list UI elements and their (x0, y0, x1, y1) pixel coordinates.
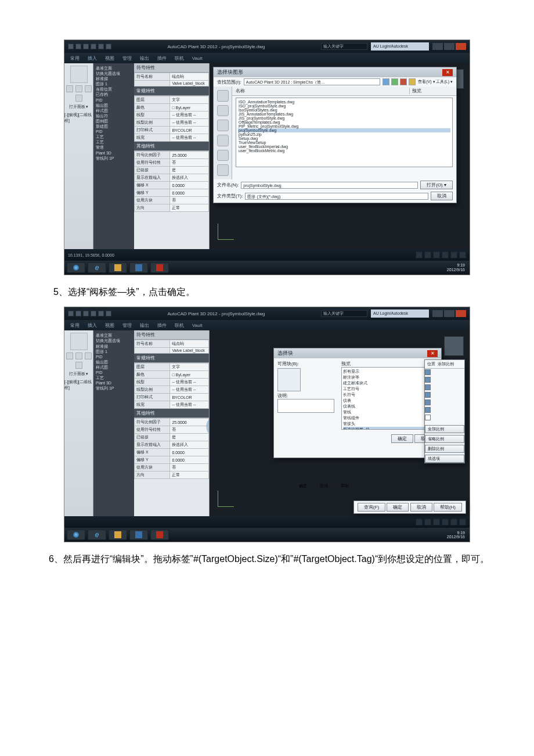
qat-redo-icon[interactable] (106, 44, 111, 49)
tree-node[interactable]: PID (95, 354, 133, 359)
ribbon-tab[interactable]: 联机 (175, 55, 184, 62)
list-item[interactable]: 仪表线 (343, 404, 436, 409)
ribbon-tab[interactable]: 插入 (88, 322, 97, 329)
file-item[interactable]: user_flexBlockImperial.dwg (238, 145, 450, 149)
tree-node[interactable]: 切换光圆选项 (95, 338, 133, 343)
place-favorites-icon[interactable] (217, 120, 229, 131)
side-btn[interactable]: 全加比例 (425, 425, 464, 433)
tree-node[interactable]: PID (95, 129, 133, 134)
tree-node[interactable]: 输出符 (95, 113, 133, 118)
maximize-icon[interactable] (444, 43, 454, 50)
ribbon-tab[interactable]: 插件 (157, 55, 167, 62)
col-preview[interactable]: 预览 (412, 88, 453, 94)
place-documents-icon[interactable] (217, 105, 229, 117)
qat-redo-icon[interactable] (106, 311, 111, 316)
block-insert-icon[interactable] (70, 66, 88, 83)
ribbon-tab[interactable]: 联机 (175, 322, 184, 329)
file-item[interactable]: JIS_AnnotationTemplates.dwg (238, 112, 450, 116)
tree-node[interactable]: PID (95, 370, 133, 375)
file-item[interactable]: IsoSymbolStyles.dwg (238, 108, 450, 112)
list-item-selected[interactable]: 所选块标签_块 (343, 427, 436, 430)
cancel-button[interactable]: 取消 (315, 483, 333, 489)
taskbar-app[interactable] (109, 262, 127, 273)
tree-node[interactable]: 管道 (95, 145, 133, 150)
tiny-icon[interactable] (85, 85, 92, 92)
file-item[interactable]: python25.zip (238, 132, 450, 136)
lwt-icon[interactable] (459, 251, 466, 258)
tree-node[interactable]: 管线列 1P (95, 156, 133, 161)
file-item[interactable]: Setup.dwg (238, 136, 450, 141)
polar-icon[interactable] (442, 251, 449, 258)
ribbon-tab[interactable]: 插件 (157, 322, 167, 329)
drawing-canvas[interactable]: 选择块图形 ✕ 查找范围(I): AutoCAD Plant 3D 2012 :… (210, 63, 470, 249)
tiny-icon[interactable] (66, 85, 73, 92)
block-listbox[interactable]: 所有显示 标注块等 建立标准块式 工艺符号 长符号 仪表 仪表线 管线 管线组件… (341, 367, 438, 430)
osnap-icon[interactable] (450, 251, 457, 258)
system-clock[interactable]: 9:19 2012/9/16 (447, 531, 467, 539)
qat-new-icon[interactable] (75, 44, 81, 49)
tree-node[interactable]: PID (95, 98, 133, 103)
taskbar-app[interactable] (109, 530, 127, 540)
snap-icon[interactable] (416, 251, 423, 258)
project-tree[interactable]: 基准立面 切换光圆选项 标准描 图形 1 当前位置 已存档 PID 输出图 样式… (93, 63, 134, 249)
opt-check[interactable] (425, 399, 432, 406)
file-item[interactable]: PIP_Metric_projSymbolStyle.dwg (238, 124, 450, 128)
file-item[interactable]: OffpageTemplates.dwg (238, 120, 450, 124)
tree-node[interactable]: Plant 3D (95, 380, 133, 386)
file-list[interactable]: ISO_AnnotationTemplates.dwg ISO_projSymb… (236, 98, 453, 167)
list-item[interactable]: 管线 (343, 409, 436, 415)
up-icon[interactable] (391, 78, 398, 85)
help-button[interactable]: 帮助 (336, 483, 353, 489)
filename-input[interactable]: projSymbolStyle.dwg (241, 182, 418, 189)
tree-node[interactable]: 已存档 (95, 92, 133, 97)
opt-check[interactable] (425, 392, 432, 398)
tree-node[interactable]: 基准立面 (95, 333, 133, 338)
app-menu-icon[interactable] (68, 44, 74, 49)
tree-node[interactable]: 当前位置 (95, 87, 133, 92)
toolbar-menu[interactable]: 查看(V) ▾ 工具(L) ▾ (418, 79, 453, 85)
minimize-icon[interactable] (432, 43, 443, 50)
search-input[interactable]: 输入关键字 (321, 43, 367, 50)
file-item[interactable]: JIS_projSymbolStyle.dwg (238, 116, 450, 120)
qat-undo-icon[interactable] (98, 311, 104, 316)
view-cube[interactable] (444, 336, 464, 356)
tree-node[interactable]: 新建图 (95, 124, 133, 129)
tree-node[interactable]: 切换光圆选项 (95, 71, 133, 76)
taskbar-app[interactable] (150, 262, 169, 273)
tree-node[interactable]: Plant 3D (95, 150, 133, 156)
polar-icon[interactable] (442, 519, 449, 525)
back-icon[interactable] (383, 78, 389, 85)
desc-field[interactable] (277, 399, 334, 413)
tree-node[interactable]: 工艺 (95, 134, 133, 139)
help-button[interactable]: 帮助(H) (434, 503, 462, 512)
grid-icon[interactable] (424, 251, 431, 258)
list-item[interactable]: 管线组件 (343, 415, 436, 421)
opt-check[interactable] (425, 369, 432, 376)
place-ftp-icon[interactable] (217, 135, 229, 146)
taskbar-app[interactable] (129, 262, 148, 273)
block-insert-icon[interactable] (70, 333, 88, 350)
dialog-close-icon[interactable]: ✕ (442, 69, 453, 76)
ribbon-tab[interactable]: 输出 (140, 55, 149, 62)
file-item[interactable]: TrueViewSetup (238, 141, 450, 145)
file-item-selected[interactable]: projSymbolStyle.dwg (238, 128, 450, 132)
cancel-button[interactable]: 取消 (410, 503, 432, 512)
list-item[interactable]: 建立标准块式 (343, 380, 436, 386)
start-button[interactable] (67, 262, 85, 273)
tree-node[interactable]: 管线列 1P (95, 386, 133, 391)
ribbon-tab[interactable]: 视图 (105, 55, 114, 62)
qat-undo-icon[interactable] (98, 44, 104, 49)
opt-check[interactable] (425, 384, 432, 391)
place-desktop-icon[interactable] (217, 150, 229, 161)
project-tree[interactable]: 基准立面 切换光圆选项 标准描 图形 1 PID 输出图 样式图 PID 工艺 … (93, 330, 134, 516)
tree-node[interactable]: 图例图 (95, 118, 133, 124)
newfolder-icon[interactable] (409, 78, 416, 85)
dialog-close-icon[interactable]: ✕ (427, 350, 438, 357)
ribbon-tab[interactable]: 视图 (105, 322, 114, 329)
tiny-icon[interactable] (75, 362, 82, 369)
place-history-icon[interactable] (217, 90, 229, 102)
ok-button[interactable]: 确定 (294, 483, 312, 489)
qat-new-icon[interactable] (75, 311, 81, 316)
login-panel[interactable]: AU Login/Autodesk (371, 309, 429, 318)
tree-node[interactable]: 基准立面 (95, 66, 133, 71)
